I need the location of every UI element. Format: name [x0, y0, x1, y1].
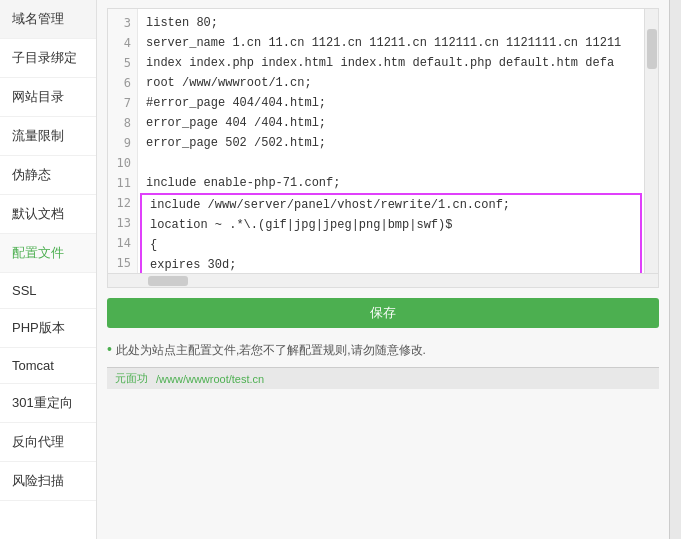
bottom-bar-link[interactable]: 元面功 [115, 371, 148, 386]
sidebar-item-rewrite[interactable]: 伪静态 [0, 156, 96, 195]
sidebar-item-scan[interactable]: 风险扫描 [0, 462, 96, 501]
sidebar-item-traffic[interactable]: 流量限制 [0, 117, 96, 156]
sidebar-item-label: 配置文件 [12, 244, 64, 262]
main-content: 3 4 5 6 7 8 9 10 11 12 13 14 15 16 17 18… [97, 0, 669, 539]
code-line-8: error_page 404 /404.html; [138, 113, 644, 133]
line-numbers: 3 4 5 6 7 8 9 10 11 12 13 14 15 16 17 18… [108, 9, 138, 273]
code-line-15: expires 30d; [142, 255, 640, 273]
sidebar-item-label: 301重定向 [12, 394, 73, 412]
code-line-11: include enable-php-71.conf; [138, 173, 644, 193]
code-line-5: index index.php index.html index.htm def… [138, 53, 644, 73]
sidebar-item-tomcat[interactable]: Tomcat [0, 348, 96, 384]
code-line-10 [138, 153, 644, 173]
code-line-13: location ~ .*\.(gif|jpg|jpeg|png|bmp|swf… [142, 215, 640, 235]
sidebar-item-label: 风险扫描 [12, 472, 64, 490]
sidebar-item-label: 伪静态 [12, 166, 51, 184]
config-editor[interactable]: 3 4 5 6 7 8 9 10 11 12 13 14 15 16 17 18… [107, 8, 659, 288]
sidebar: 域名管理 子目录绑定 网站目录 流量限制 伪静态 默认文档 配置文件 SSL P… [0, 0, 97, 539]
sidebar-item-default-doc[interactable]: 默认文档 [0, 195, 96, 234]
highlight-block: include /www/server/panel/vhost/rewrite/… [140, 193, 642, 273]
sidebar-item-label: 默认文档 [12, 205, 64, 223]
sidebar-item-label: SSL [12, 283, 37, 298]
page-scrollbar[interactable] [669, 0, 681, 539]
code-content[interactable]: listen 80; server_name 1.cn 11.cn 1121.c… [138, 9, 644, 273]
scrollbar-thumb-h[interactable] [148, 276, 188, 286]
sidebar-item-label: Tomcat [12, 358, 54, 373]
code-line-6: root /www/wwwroot/1.cn; [138, 73, 644, 93]
sidebar-item-subdir[interactable]: 子目录绑定 [0, 39, 96, 78]
sidebar-item-domain[interactable]: 域名管理 [0, 0, 96, 39]
code-line-4: server_name 1.cn 11.cn 1121.cn 11211.cn … [138, 33, 644, 53]
sidebar-item-php[interactable]: PHP版本 [0, 309, 96, 348]
bottom-bar-path: /www/wwwroot/test.cn [156, 373, 264, 385]
code-line-3: listen 80; [138, 13, 644, 33]
sidebar-item-webdir[interactable]: 网站目录 [0, 78, 96, 117]
scrollbar-thumb-v[interactable] [647, 29, 657, 69]
save-button[interactable]: 保存 [107, 298, 659, 328]
notice-content: 此处为站点主配置文件,若您不了解配置规则,请勿随意修改. [116, 342, 426, 359]
sidebar-item-label: PHP版本 [12, 319, 65, 337]
sidebar-item-label: 流量限制 [12, 127, 64, 145]
sidebar-item-label: 子目录绑定 [12, 49, 77, 67]
code-line-12: include /www/server/panel/vhost/rewrite/… [142, 195, 640, 215]
bottom-bar: 元面功 /www/wwwroot/test.cn [107, 367, 659, 389]
code-line-14: { [142, 235, 640, 255]
sidebar-item-config[interactable]: 配置文件 [0, 234, 96, 273]
sidebar-item-label: 域名管理 [12, 10, 64, 28]
sidebar-item-label: 网站目录 [12, 88, 64, 106]
code-line-7: #error_page 404/404.html; [138, 93, 644, 113]
sidebar-item-label: 反向代理 [12, 433, 64, 451]
notice-text: • 此处为站点主配置文件,若您不了解配置规则,请勿随意修改. [107, 338, 659, 367]
notice-bullet: • [107, 341, 112, 357]
sidebar-item-ssl[interactable]: SSL [0, 273, 96, 309]
sidebar-item-301[interactable]: 301重定向 [0, 384, 96, 423]
horizontal-scrollbar[interactable] [108, 273, 658, 287]
vertical-scrollbar[interactable] [644, 9, 658, 273]
code-line-9: error_page 502 /502.html; [138, 133, 644, 153]
sidebar-item-proxy[interactable]: 反向代理 [0, 423, 96, 462]
